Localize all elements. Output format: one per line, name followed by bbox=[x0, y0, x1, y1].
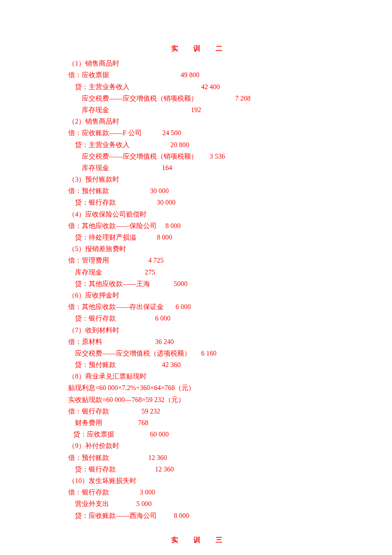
entry-line: 借：银行存款 59 232 bbox=[68, 405, 332, 417]
entry-line: 贴现利息=60 000×7.2%÷360×64=768（元） bbox=[68, 382, 332, 393]
entry-line: 借：原材料 36 240 bbox=[68, 336, 332, 347]
page-title-1: 实 训 二 bbox=[68, 43, 332, 54]
entry-line: （9）补付价款时 bbox=[68, 440, 332, 451]
entry-line: 应交税费——应交增值税（进项税额） 6 160 bbox=[68, 347, 332, 359]
entry-line: （2）销售商品时 bbox=[68, 116, 332, 127]
entry-line: 借：其他应收款——保险公司 8 000 bbox=[68, 220, 332, 231]
entry-line: （7）收到材料时 bbox=[68, 324, 332, 336]
entry-line: 借：预付账款 12 360 bbox=[68, 452, 332, 463]
entry-line: 贷：银行存款 30 000 bbox=[68, 197, 332, 208]
entry-line: 贷：银行存款 6 000 bbox=[68, 312, 332, 324]
entry-line: （1）销售商品时 bbox=[68, 58, 332, 69]
entry-line: 贷：应收账款——西海公司 8 000 bbox=[68, 510, 332, 521]
entry-line: （5）报销差旅费时 bbox=[68, 243, 332, 254]
entry-line: 贷：预付账款 42 360 bbox=[68, 359, 332, 370]
entry-line: 应交税费——应交增值税（销项税额） 7 208 bbox=[68, 92, 332, 104]
entry-line: 贷：其他应收款——王海 5000 bbox=[68, 278, 332, 289]
entry-line: 贷：银行存款 12 360 bbox=[68, 463, 332, 475]
entry-line: 贷：待处理财产损溢 8 000 bbox=[68, 231, 332, 243]
entry-line: 库存现金 192 bbox=[68, 104, 332, 116]
entry-line: 借：预付账款 30 000 bbox=[68, 185, 332, 197]
entry-line: 实收贴现款=60 000—768=59 232（元） bbox=[68, 394, 332, 405]
entry-line: （3）预付账款时 bbox=[68, 173, 332, 185]
entry-line: 应交税费——应交增值税（销项税额） 3 536 bbox=[68, 150, 332, 162]
entry-line: （8）商业承兑汇票贴现时 bbox=[68, 370, 332, 382]
entry-line: 借：其他应收款——存出保证金 6 000 bbox=[68, 301, 332, 312]
entry-line: 贷：主营业务收入 20 800 bbox=[68, 139, 332, 150]
entry-line: 贷：应收票据 60 000 bbox=[68, 428, 332, 440]
entry-line: 贷：主营业务收入 42 400 bbox=[68, 81, 332, 92]
entry-line: 借：应收账款——F 公司 24 500 bbox=[68, 127, 332, 139]
entry-line: （4）应收保险公司赔偿时 bbox=[68, 208, 332, 220]
entry-line: （6）应收押金时 bbox=[68, 289, 332, 301]
entry-line: 财务费用 768 bbox=[68, 417, 332, 428]
journal-entries: （1）销售商品时借：应收票据 49 800 贷：主营业务收入 42 400 应交… bbox=[68, 58, 332, 521]
entry-line: 借：银行存款 3 000 bbox=[68, 486, 332, 498]
entry-line: 营业外支出 5 000 bbox=[68, 498, 332, 509]
entry-line: 库存现金 275 bbox=[68, 266, 332, 278]
page-title-2: 实 训 三 bbox=[68, 534, 332, 546]
entry-line: 库存现金 164 bbox=[68, 162, 332, 173]
entry-line: （10）发生坏账损失时 bbox=[68, 475, 332, 486]
entry-line: 借：应收票据 49 800 bbox=[68, 69, 332, 81]
entry-line: 借：管理费用 4 725 bbox=[68, 254, 332, 266]
